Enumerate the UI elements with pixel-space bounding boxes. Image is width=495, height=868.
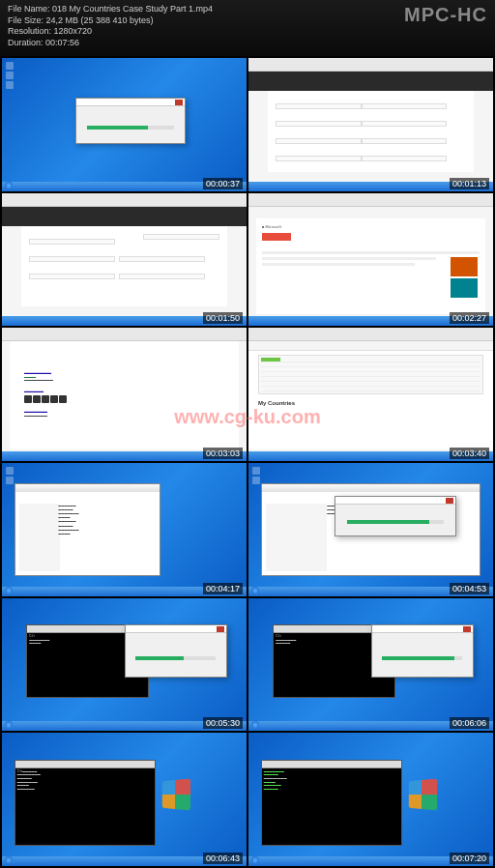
timestamp: 00:05:30 [203,717,243,729]
timestamp: 00:00:37 [203,178,243,189]
installer-dialog [75,98,186,144]
timestamp: 00:01:13 [450,178,489,189]
timestamp: 00:03:40 [450,448,489,459]
file-explorer: ▬▬▬▬▬▬▬▬▬▬▬▬▬▬▬▬▬▬ ▬▬▬▬▬▬▬▬▬▬▬▬▬▬▬ ▬▬▬▬▬… [15,483,161,576]
thumb-5[interactable]: ▬▬▬▬▬▬▬▬▬▬▬▬▬▬▬▬▬▬▬▬▬ ▬▬▬▬▬ ▬▬▬▬▬▬▬▬▬▬▬▬… [2,328,247,461]
close-icon [175,100,183,105]
mpc-hc-logo: MPC-HC [404,2,487,27]
thumb-7[interactable]: ▬▬▬▬▬▬▬▬▬▬▬▬▬▬▬▬▬▬ ▬▬▬▬▬▬▬▬▬▬▬▬▬▬▬ ▬▬▬▬▬… [2,463,247,596]
thumb-1[interactable]: 00:00:37 [2,58,247,191]
timestamp: 00:06:06 [450,717,489,729]
thumb-6[interactable]: My Countries 00:03:40 [248,328,493,461]
timestamp: 00:06:43 [203,853,243,864]
video-info-header: File Name: 018 My Countries Case Study P… [0,0,495,56]
start-orb-icon [5,182,13,189]
thumb-10[interactable]: C:\>▬▬▬▬▬▬▬▬▬▬▬▬ 00:06:06 [248,598,493,732]
timestamp: 00:02:27 [450,312,489,324]
timestamp: 00:07:20 [450,853,489,864]
thumb-12[interactable]: ▬▬▬▬▬▬▬▬▬▬▬▬▬▬▬▬▬▬▬▬▬▬▬▬▬▬▬▬▬▬▬▬▬▬▬ 00:0… [248,733,493,866]
timestamp: 00:04:17 [203,583,243,594]
thumbnail-grid: 00:00:37 00:01:13 00:01:50 ■ Microsoft [0,56,495,868]
thumb-3[interactable]: 00:01:50 [2,193,247,327]
thumb-8[interactable]: ▬▬▬▬▬▬▬▬▬▬▬▬▬▬▬▬▬▬ 00:04:53 [248,463,493,596]
thumb-4[interactable]: ■ Microsoft 00:02:27 [248,193,493,327]
timestamp: 00:01:50 [203,312,243,324]
timestamp: 00:03:03 [203,448,243,459]
thumb-9[interactable]: C:\>▬▬▬▬▬▬▬▬▬▬▬ 00:05:30 [2,598,247,732]
thumb-11[interactable]: C:\>▬▬▬▬▬▬▬▬▬▬▬▬▬▬▬▬▬▬▬▬▬▬▬▬▬▬▬▬▬▬▬▬▬▬▬ … [2,733,247,866]
download-button [262,233,291,241]
thumb-2[interactable]: 00:01:13 [248,58,493,191]
timestamp: 00:04:53 [450,583,489,594]
